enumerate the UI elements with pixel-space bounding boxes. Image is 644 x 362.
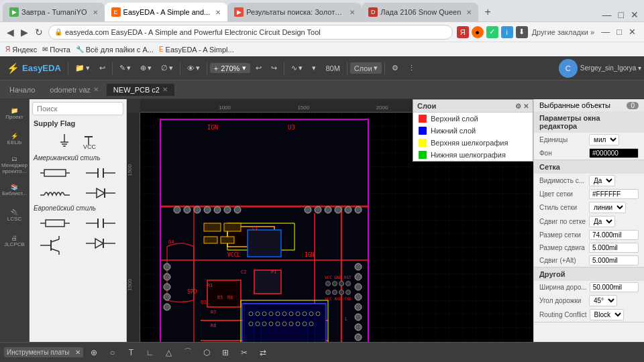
waveform-btn[interactable]: ∿ ▾ — [287, 62, 307, 74]
visibility-select[interactable]: Да — [589, 175, 615, 186]
tab-1[interactable]: ▶ Завтра - TumaniYO ✕ — [3, 3, 105, 21]
gnd-component[interactable] — [56, 133, 72, 149]
tab-3[interactable]: ▶ Результаты поиска: Золото... ✕ — [227, 3, 362, 21]
inductor-am-component[interactable] — [34, 184, 76, 202]
canvas-area[interactable]: 1000 1500 2000 1500 1500 — [127, 99, 533, 342]
tool-crosshair[interactable]: ⊕ — [86, 345, 102, 361]
tool-angle[interactable]: ∟ — [142, 345, 158, 361]
app-tab-pcb[interactable]: NEW_PCB c2 ✕ — [107, 84, 174, 96]
resistor-am-component[interactable] — [34, 164, 76, 182]
ext-5-icon[interactable]: ⬇ — [516, 26, 528, 38]
snap-size-value[interactable]: 5.000mil — [589, 243, 639, 253]
layers-button[interactable]: Слои ▾ — [350, 62, 382, 74]
routing-conflict-select[interactable]: Block — [590, 309, 624, 320]
refresh-button[interactable]: ↻ — [34, 25, 44, 39]
view-button[interactable]: 👁 ▾ — [183, 62, 204, 74]
sidebar-library[interactable]: 📚 Библиот... — [3, 178, 27, 202]
app-tab-odometr[interactable]: odometr vaz ✕ — [43, 84, 105, 96]
tab-3-close[interactable]: ✕ — [350, 9, 355, 16]
track-width-value[interactable]: 50.000mil — [590, 282, 639, 292]
sidebar-lcsc[interactable]: 🔌 LCSC — [3, 204, 27, 228]
search-input[interactable] — [32, 102, 123, 115]
tool-polygon[interactable]: ⬡ — [199, 345, 215, 361]
close-window-icon[interactable]: ✕ — [628, 8, 641, 21]
file-menu-button[interactable]: 📁 ▾ — [71, 62, 94, 74]
tool-circle[interactable]: ○ — [105, 345, 121, 361]
sidebar-eelib[interactable]: ⚡ EELib — [3, 127, 27, 152]
undo-btn2[interactable]: ↩ — [252, 62, 266, 74]
redo-btn[interactable]: ↪ — [267, 62, 281, 74]
edit-menu-button[interactable]: ✎ ▾ — [115, 62, 135, 74]
other-section-header[interactable]: Другой — [534, 267, 644, 281]
layer-popup-settings[interactable]: ⚙ ✕ — [515, 103, 529, 110]
layer-bottom-copper[interactable]: Нижний слой — [413, 125, 533, 137]
app-tab-home[interactable]: Начало — [3, 84, 42, 96]
other-bookmarks-button[interactable]: Другие закладки » — [532, 28, 594, 36]
undo-button[interactable]: ↩ — [95, 62, 109, 74]
yandex-ext-icon[interactable]: Я — [457, 26, 469, 38]
capacitor-am-component[interactable] — [79, 164, 122, 182]
forward-button[interactable]: ▶ — [19, 25, 30, 39]
capacitor-eu-component[interactable] — [79, 215, 122, 232]
transistor-component[interactable] — [34, 235, 76, 256]
new-tab-button[interactable]: + — [478, 3, 497, 21]
tool-grid[interactable]: ⊞ — [217, 345, 233, 361]
bookmark-yandex[interactable]: Я Яндекс — [5, 46, 37, 54]
tool-text[interactable]: T — [123, 345, 140, 361]
tool-arc[interactable]: ⌒ — [180, 345, 196, 361]
bookmark-easyeda[interactable]: E EasyEDA - A Simpl... — [159, 46, 234, 54]
vcc-component[interactable]: VCC — [78, 131, 99, 150]
app-tab-pcb-close[interactable]: ✕ — [162, 86, 168, 93]
bookmark-mail[interactable]: ✉ Почта — [42, 46, 70, 54]
ext-4-icon[interactable]: i — [501, 26, 513, 38]
bookmark-soldering[interactable]: 🔧 Всё для пайки с А... — [76, 46, 154, 54]
user-avatar[interactable]: С — [559, 59, 578, 78]
diode-component[interactable] — [79, 235, 122, 256]
grid-size-value[interactable]: 74.000mil — [589, 230, 639, 240]
zoom-in-button[interactable]: + — [213, 64, 219, 72]
sidebar-project[interactable]: 📁 Проект — [3, 102, 27, 126]
resistor-eu-component[interactable] — [34, 215, 76, 232]
tool-triangle[interactable]: △ — [161, 345, 177, 361]
settings-btn[interactable]: ⚙ — [388, 62, 402, 74]
track-angle-select[interactable]: 45° — [589, 295, 617, 306]
grid-section-header[interactable]: Сетка — [534, 160, 644, 174]
tab-4-close[interactable]: ✕ — [466, 9, 472, 16]
grid-color-value[interactable]: #FFFFFF — [589, 189, 639, 199]
route-menu-button[interactable]: ∅ ▾ — [157, 62, 177, 74]
sidebar-manager[interactable]: 🗂 Менеджер проекто... — [3, 153, 27, 177]
tab-1-close[interactable]: ✕ — [93, 9, 98, 16]
window-close[interactable]: ✕ — [626, 25, 639, 38]
80m-btn[interactable]: 80M — [321, 63, 343, 74]
window-minimize[interactable]: — — [598, 25, 612, 38]
editor-params-header[interactable]: Параметры окна редактора — [534, 111, 644, 133]
sidebar-jlcpcb[interactable]: 🖨 JLCPCB — [3, 229, 27, 253]
tool-cut[interactable]: ✂ — [236, 345, 252, 361]
ext-3-icon[interactable]: ✓ — [486, 26, 498, 38]
ext-2-icon[interactable]: ● — [472, 26, 484, 38]
place-menu-button[interactable]: ⊕ ▾ — [136, 62, 156, 74]
back-button[interactable]: ◀ — [5, 25, 15, 39]
zener-component[interactable] — [79, 184, 122, 202]
window-maximize[interactable]: □ — [614, 25, 625, 38]
background-value[interactable]: #000000 — [589, 148, 639, 158]
restore-icon[interactable]: □ — [616, 8, 627, 21]
alt-snap-value[interactable]: 5.000mil — [589, 255, 639, 265]
tab-2[interactable]: E EasyEDA - A Simple and... ✕ — [105, 3, 228, 21]
url-box[interactable]: 🔒 easyeda.com EasyEDA - A Simple and Pow… — [48, 25, 453, 40]
zoom-dropdown[interactable]: ▾ — [241, 64, 248, 72]
bom-btn[interactable]: ▾ — [308, 62, 320, 74]
grid-style-select[interactable]: линии — [589, 202, 626, 213]
more-btn[interactable]: ⋮ — [404, 62, 419, 74]
app-tab-odometr-close[interactable]: ✕ — [93, 86, 99, 93]
zoom-control[interactable]: + 270% ▾ — [210, 63, 251, 73]
tab-4[interactable]: D Лада 2106 Snow Queen ✕ — [362, 3, 478, 21]
tab-2-close[interactable]: ✕ — [215, 9, 221, 16]
snap-select[interactable]: Да — [589, 216, 615, 227]
units-select[interactable]: мил — [589, 134, 619, 145]
layer-top-silk[interactable]: Верхняя шелкография — [413, 137, 533, 149]
layer-top-copper[interactable]: Верхний слой — [413, 113, 533, 125]
minimize-icon[interactable]: — — [600, 8, 614, 21]
tool-transfer[interactable]: ⇄ — [255, 345, 271, 361]
bottom-toolbar-close[interactable]: ✕ — [75, 349, 80, 356]
